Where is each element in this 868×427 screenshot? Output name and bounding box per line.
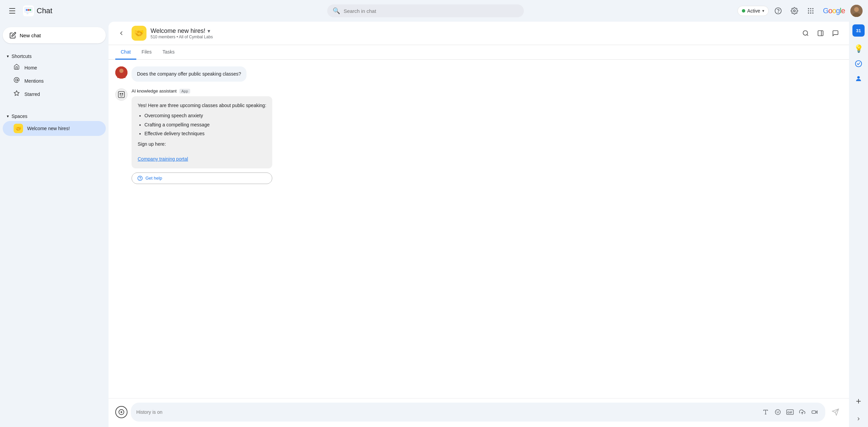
chat-app-logo-icon [19,5,30,16]
text-format-icon [763,409,769,415]
chevron-down-icon: ▾ [762,8,764,13]
threads-button[interactable] [829,26,842,40]
spaces-header[interactable]: ▾ Spaces [3,111,106,121]
get-help-button[interactable]: Get help [132,172,272,184]
tasks-button[interactable] [852,57,865,70]
calendar-day-label: 31 [856,28,861,33]
apps-grid-button[interactable] [804,4,817,18]
starred-label: Starred [24,92,40,97]
app-logo: Chat [23,5,52,16]
ai-sender-name: AI knowledge assistant [132,88,177,94]
sidebar-item-home[interactable]: Home [3,61,106,74]
svg-point-7 [808,8,809,9]
chevron-right-icon [856,416,861,422]
message-input-box: GIF [131,403,825,422]
list-item: Effective delivery techniques [144,130,266,137]
add-attachment-button[interactable] [115,406,127,418]
tab-files[interactable]: Files [136,45,157,60]
topbar: Chat 🔍 Active ▾ [0,0,868,22]
space-emoji-icon: 🤝 [14,124,23,133]
help-circle-icon [137,176,143,181]
send-icon [832,408,839,416]
star-icon [14,90,20,98]
gif-button[interactable]: GIF [785,407,795,418]
back-button[interactable] [115,27,127,39]
new-chat-label: New chat [20,33,41,38]
mentions-icon [14,77,20,85]
chevron-down-icon: ▾ [7,114,9,119]
expand-right-panel-button[interactable] [852,412,865,426]
question-icon [774,7,782,15]
ai-message-container: AI knowledge assistant App Yes! Here are… [132,88,272,184]
search-bar[interactable]: 🔍 [327,4,524,17]
chat-subtitle: 510 members • All of Cymbal Labs [151,35,795,39]
format-text-button[interactable] [760,407,771,418]
video-button[interactable] [809,407,820,418]
add-apps-button[interactable] [852,394,865,408]
person-icon [855,75,862,82]
calendar-widget-button[interactable]: 31 [852,24,865,37]
user-message-avatar [115,66,127,79]
message-row: Does the company offer public speaking c… [115,66,842,82]
chat-header: 🤝 Welcome new hires! ▾ 510 members • All… [108,22,849,45]
plus-icon [855,398,862,405]
members-count: 510 members [151,35,175,39]
new-chat-button[interactable]: New chat [3,27,106,43]
svg-point-15 [812,13,814,14]
user-avatar[interactable] [850,5,863,17]
contacts-button[interactable] [852,72,865,85]
gif-icon: GIF [786,409,794,415]
svg-point-6 [793,10,795,12]
search-input[interactable] [343,8,518,14]
svg-point-8 [810,8,811,9]
tasks-icon [855,60,862,67]
list-item: Crafting a compelling message [144,121,266,128]
chat-header-info: Welcome new hires! ▾ 510 members • All o… [151,27,795,39]
app-tag-badge: App [179,89,190,94]
video-icon [811,409,817,415]
svg-point-21 [803,31,808,35]
google-logo: Google [823,6,845,15]
active-status-button[interactable]: Active ▾ [737,6,769,16]
shortcuts-header[interactable]: ▾ Shortcuts [3,52,106,61]
chat-header-actions [799,26,842,40]
menu-icon[interactable] [5,4,19,18]
dot-separator: • [177,35,179,39]
user-message-text: Does the company offer public speaking c… [137,71,241,77]
sidebar-item-starred[interactable]: Starred [3,87,106,101]
svg-point-38 [775,410,781,415]
svg-rect-44 [812,411,816,413]
avatar-image [850,5,863,17]
tab-tasks[interactable]: Tasks [157,45,180,60]
settings-button[interactable] [788,4,801,18]
svg-point-27 [119,69,123,73]
sidebar-item-mentions[interactable]: Mentions [3,74,106,87]
ai-bot-icon [117,90,125,99]
message-input[interactable] [136,409,757,415]
sidebar: New chat ▾ Shortcuts Home [0,22,108,427]
panel-button[interactable] [814,26,827,40]
tab-chat[interactable]: Chat [115,45,136,60]
topbar-search: 🔍 [117,4,735,17]
main-layout: New chat ▾ Shortcuts Home [0,22,868,427]
company-training-portal-link[interactable]: Company training portal [138,156,188,162]
shortcuts-section: ▾ Shortcuts Home [3,52,106,101]
help-button[interactable] [771,4,785,18]
chat-title-button[interactable]: Welcome new hires! ▾ [151,27,795,35]
svg-point-48 [855,61,862,67]
sidebar-item-welcome-new-hires[interactable]: 🤝 Welcome new hires! [3,121,106,136]
ai-avatar [115,88,127,101]
svg-point-11 [810,10,811,12]
emoji-button[interactable] [772,407,783,418]
send-button[interactable] [829,405,842,419]
org-name: All of Cymbal Labs [179,35,213,39]
keep-notes-button[interactable]: 💡 [852,42,865,56]
svg-point-17 [854,7,859,12]
main-content: 🤝 Welcome new hires! ▾ 510 members • All… [108,22,849,427]
compose-icon [9,32,16,39]
search-button[interactable] [799,26,812,40]
upload-button[interactable] [797,407,808,418]
ai-message-bubble: Yes! Here are three upcoming classes abo… [132,96,272,168]
search-icon [802,30,809,37]
svg-rect-23 [818,31,823,36]
